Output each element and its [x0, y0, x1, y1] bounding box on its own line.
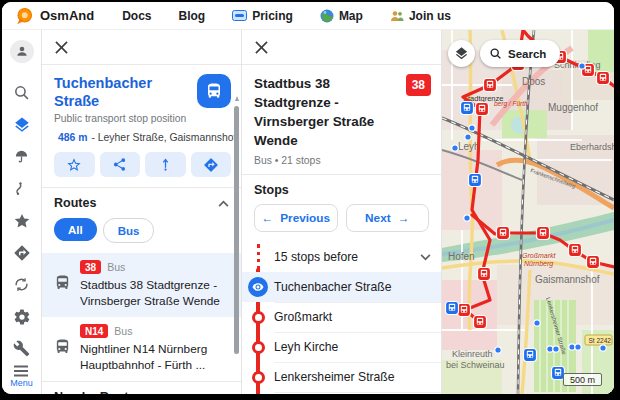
arrow-right-icon: → [398, 211, 410, 225]
pricing-icon [232, 10, 247, 21]
map-search-button[interactable]: Search [480, 40, 560, 67]
filter-bus[interactable]: Bus [103, 218, 155, 243]
map-label-fuerth: berg / Fürth [494, 100, 528, 108]
map-layers-button[interactable] [448, 40, 475, 67]
share-icon [112, 157, 127, 172]
weather-button[interactable] [12, 147, 32, 166]
map-label-grossmarkt: Großmarkt [522, 252, 557, 259]
navigation-button[interactable] [12, 243, 32, 262]
stop-title: Tuchenbacher Straße [54, 74, 197, 110]
stop-row[interactable]: Flachslander Straße [242, 392, 441, 394]
people-icon [390, 10, 404, 22]
map-canvas[interactable]: Stadtgrenze Doos Schniegling Muggenhof L… [442, 30, 614, 394]
nav-link-blog[interactable]: Blog [179, 9, 206, 23]
chevron-up-icon [218, 200, 229, 207]
map-render: Stadtgrenze Doos Schniegling Muggenhof L… [442, 30, 614, 394]
account-button[interactable] [10, 40, 34, 63]
stop-name: Großmarkt [274, 302, 441, 333]
stop-row[interactable]: Leyh Kirche [242, 332, 441, 362]
layers-button-active[interactable] [12, 115, 32, 134]
stop-row[interactable]: Großmarkt [242, 302, 441, 332]
map-label-muggenhof: Muggenhof [548, 102, 598, 113]
nav-link-join-us[interactable]: Join us [390, 9, 451, 23]
stop-row[interactable]: Lenkersheimer Straße [242, 362, 441, 392]
stops-list: 15 stops before Tuchenbacher Straße Groß… [242, 242, 441, 394]
transport-type-button[interactable] [197, 74, 231, 108]
svg-text:St 2242: St 2242 [589, 337, 612, 344]
search-icon [489, 47, 502, 60]
panel-scrollbar[interactable] [234, 106, 239, 354]
stop-details-panel: Tuchenbacher Straße Public transport sto… [42, 30, 242, 394]
favorite-button[interactable] [54, 152, 95, 177]
settings-button[interactable] [12, 307, 32, 326]
current-stop-marker [248, 277, 268, 297]
osmand-brand[interactable]: OsmAnd [15, 7, 94, 25]
route-meta: Bus • 21 stops [242, 152, 441, 174]
stop-name: Flachslander Straße [274, 392, 441, 395]
filter-all[interactable]: All [54, 218, 97, 241]
favorites-button[interactable] [12, 211, 32, 230]
route-item-38[interactable]: 38Bus Stadtbus 38 Stadtgrenze - Virnsber… [42, 253, 241, 317]
straight-line-icon [158, 157, 173, 172]
routes-header-label: Routes [54, 196, 96, 210]
layers-icon [454, 46, 469, 61]
stop-name: Lenkersheimer Straße [274, 362, 441, 393]
search-icon [13, 84, 30, 101]
route-name: Nightliner N14 Nürnberg Hauptbahnhof - F… [80, 341, 233, 373]
star-icon [13, 212, 31, 230]
stop-marker [252, 341, 265, 354]
nav-link-docs[interactable]: Docs [122, 9, 151, 23]
bus-icon [205, 82, 223, 100]
route-item-n14[interactable]: N14Bus Nightliner N14 Nürnberg Hauptbahn… [42, 317, 241, 381]
eye-icon [252, 281, 264, 293]
top-navigation: OsmAnd Docs Blog Pricing Map Join us [2, 2, 614, 30]
map-label-kleinreuth: Kleinreuth [452, 349, 493, 359]
map-label-hofen: Hofen [448, 251, 475, 262]
account-icon [15, 44, 29, 58]
distance-row: 486 m - Leyher Straße, Gaismannshof [42, 128, 241, 149]
stop-actions [42, 149, 241, 187]
directions-button[interactable] [191, 152, 232, 177]
left-toolbar: Menu [2, 30, 42, 394]
map-scale: 500 m [563, 373, 602, 386]
scrollbar-arrow[interactable] [235, 96, 239, 101]
search-button[interactable] [12, 83, 32, 102]
plugins-button[interactable] [12, 339, 32, 358]
routes-button[interactable] [12, 179, 32, 198]
nearby-routes-header[interactable]: Nearby Routes [42, 382, 241, 394]
route-filters: All Bus [42, 216, 241, 253]
measure-button[interactable] [145, 152, 186, 177]
map-label-grossmarkt-2: Nürnberg [524, 260, 553, 268]
next-button[interactable]: Next → [346, 204, 430, 232]
menu-label: Menu [10, 378, 33, 388]
directions-icon [13, 244, 31, 262]
sync-icon [13, 276, 30, 293]
route-badge: 38 [80, 260, 101, 274]
route-title: Stadtbus 38 Stadtgrenze - Virnsberger St… [254, 74, 404, 150]
routes-section-header[interactable]: Routes [42, 188, 241, 216]
route-details-panel: Stadtbus 38 Stadtgrenze - Virnsberger St… [242, 30, 442, 394]
sync-button[interactable] [12, 275, 32, 294]
map-label-kleinreuth-2: bei Schweinau [446, 360, 505, 370]
route-badge: N14 [80, 324, 108, 338]
nav-link-map[interactable]: Map [320, 9, 363, 23]
close-icon[interactable] [255, 41, 268, 54]
star-outline-icon [66, 157, 82, 173]
gear-icon [13, 308, 31, 326]
stop-subtitle: Public transport stop position [54, 113, 197, 124]
route-name: Stadtbus 38 Stadtgrenze - Virnsberger St… [80, 277, 233, 309]
chevron-down-icon [420, 254, 431, 261]
brand-name: OsmAnd [40, 8, 94, 23]
stop-name: Tuchenbacher Straße [274, 272, 441, 303]
nav-link-pricing[interactable]: Pricing [232, 9, 293, 23]
nearby-header-label: Nearby Routes [54, 390, 142, 394]
umbrella-icon [13, 148, 30, 165]
stop-row-current[interactable]: Tuchenbacher Straße [242, 272, 441, 302]
close-icon[interactable] [55, 41, 68, 54]
search-label: Search [508, 48, 546, 60]
share-button[interactable] [100, 152, 141, 177]
directions-diamond-icon [203, 157, 219, 173]
previous-button[interactable]: ← Previous [254, 204, 338, 232]
stops-before-toggle[interactable]: 15 stops before [242, 242, 441, 272]
menu-button[interactable]: Menu [10, 365, 33, 388]
